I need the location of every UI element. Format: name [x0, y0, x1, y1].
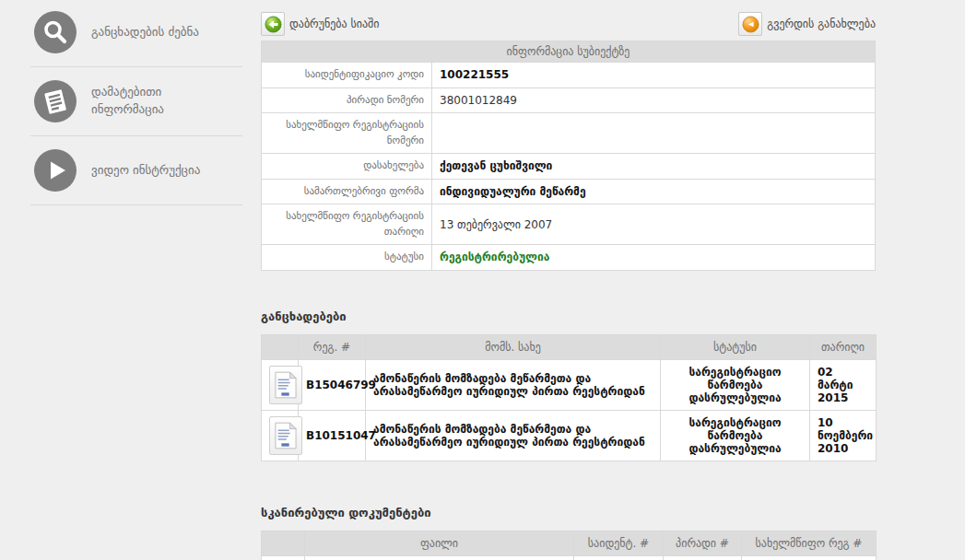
documents-header-row: ფაილი საიდენტ. # პირადი # სახელმწიფო რეგ…: [262, 531, 877, 555]
sidebar-divider: [30, 135, 242, 136]
info-row-registration-date: სახელმწიფო რეგისტრაციის თარიღი 13 თებერვ…: [262, 204, 875, 244]
subject-info-table: ინფორმაცია სუბიექტზე საიდენტიფიკაციო კოდ…: [261, 41, 876, 271]
document-state-reg-number: [742, 555, 877, 560]
sidebar-item-label: ვიდეო ინსტრუქცია: [91, 162, 234, 180]
play-icon: [34, 149, 76, 192]
applications-header-row: რეგ. # მომს. სახე სტატუსი თარიღი: [262, 334, 877, 359]
subject-name-value: ქეთევან ცუხიშვილი: [432, 155, 875, 177]
application-service-name: ამონაწერის მომზადება მეწარმეთა და არასამ…: [366, 410, 661, 461]
back-to-list-button[interactable]: დაბრუნება სიაში: [261, 12, 379, 36]
applications-table: რეგ. # მომს. სახე სტატუსი თარიღი: [261, 334, 877, 461]
info-row-personal-number: პირადი ნომერი 38001012849: [262, 88, 875, 113]
scanned-documents-table: ფაილი საიდენტ. # პირადი # სახელმწიფო რეგ…: [261, 531, 877, 560]
identification-code-value: 100221555: [432, 64, 875, 86]
subject-info-title: ინფორმაცია სუბიექტზე: [262, 41, 875, 62]
info-row-legal-form: სამართლებრივი ფორმა ინდივიდუალური მეწარმ…: [262, 179, 875, 204]
status-badge: რეგისტრირებულია: [432, 246, 875, 268]
table-row: B15046799 ამონაწერის მომზადება მეწარმეთა…: [262, 359, 877, 410]
refresh-page-button[interactable]: გვერდის განახლება: [738, 12, 876, 36]
info-label: სახელმწიფო რეგისტრაციის ნომერი: [262, 113, 432, 153]
applications-header-service: მომს. სახე: [366, 334, 661, 359]
main-content: დაბრუნება სიაში გვერდის განახლება: [261, 0, 876, 560]
info-label: საიდენტიფიკაციო კოდი: [262, 63, 432, 88]
search-icon: [34, 11, 76, 53]
documents-header-icon: [262, 531, 305, 555]
back-arrow-icon: [261, 12, 285, 36]
application-service-name: ამონაწერის მომზადება მეწარმეთა და არასამ…: [366, 359, 661, 410]
sidebar: განცხადების ძებნა დამატებითი ინფორმაცია: [0, 0, 261, 207]
documents-header-file: ფაილი: [305, 531, 574, 555]
info-label: სამართლებრივი ფორმა: [262, 180, 432, 204]
sidebar-item-search-application[interactable]: განცხადების ძებნა: [0, 0, 261, 64]
documents-header-personal: პირადი #: [664, 531, 742, 555]
applications-header-icon: [262, 334, 299, 359]
documents-header-ident: საიდენტ. #: [574, 531, 664, 555]
scanned-documents-section-title: სკანირებული დოკუმენტები: [261, 506, 876, 519]
state-registration-number-value: [432, 122, 875, 145]
application-date: 02 მარტი 2015: [810, 359, 877, 410]
applications-header-date: თარიღი: [810, 334, 877, 359]
legal-form-value: ინდივიდუალური მეწარმე: [432, 181, 875, 203]
sidebar-item-label: დამატებითი ინფორმაცია: [91, 84, 234, 119]
sidebar-divider: [30, 66, 242, 67]
applications-section-title: განცხადებები: [261, 309, 876, 323]
back-to-list-label: დაბრუნება სიაში: [289, 18, 379, 30]
application-reg-number: B10151047: [299, 410, 366, 461]
application-status: სარეგისტრაციო წარმოება დასრულებულია: [661, 410, 810, 461]
document-thumbnail-icon: [275, 422, 297, 449]
info-label: სახელმწიფო რეგისტრაციის თარიღი: [262, 204, 432, 244]
document-personal-number: [664, 555, 742, 560]
info-label: პირადი ნომერი: [262, 88, 432, 113]
info-row-state-registration-number: სახელმწიფო რეგისტრაციის ნომერი: [262, 112, 875, 153]
toolbar: დაბრუნება სიაში გვერდის განახლება: [261, 11, 876, 37]
refresh-page-label: გვერდის განახლება: [767, 18, 876, 30]
applications-header-reg: რეგ. #: [299, 334, 366, 359]
sidebar-item-label: განცხადების ძებნა: [91, 24, 234, 41]
registration-date-value: 13 თებერვალი 2007: [432, 214, 875, 236]
document-icon: [34, 80, 76, 122]
application-reg-number: B15046799: [299, 359, 366, 410]
info-label: სტატუსი: [262, 245, 432, 270]
refresh-icon: [738, 12, 762, 36]
table-row: ქეთევან ცუხიშვილი 100221555.djvu ქეთევან…: [262, 555, 877, 560]
info-row-identification-code: საიდენტიფიკაციო კოდი 100221555: [262, 62, 875, 88]
table-row: B10151047 ამონაწერის მომზადება მეწარმეთა…: [262, 410, 877, 461]
personal-number-value: 38001012849: [432, 89, 875, 111]
application-document-button[interactable]: [269, 366, 302, 404]
documents-header-state-reg: სახელმწიფო რეგ #: [742, 531, 877, 555]
document-thumbnail-icon: [275, 371, 297, 399]
info-label: დასახელება: [262, 154, 432, 179]
info-row-status: სტატუსი რეგისტრირებულია: [262, 244, 875, 270]
application-document-button[interactable]: [269, 416, 302, 455]
sidebar-divider: [30, 204, 242, 205]
sidebar-item-additional-info[interactable]: დამატებითი ინფორმაცია: [0, 69, 261, 134]
sidebar-item-video-instruction[interactable]: ვიდეო ინსტრუქცია: [0, 138, 261, 203]
info-row-name: დასახელება ქეთევან ცუხიშვილი: [262, 153, 875, 179]
application-date: 10 ნოემბერი 2010: [810, 410, 877, 461]
application-status: სარეგისტრაციო წარმოება დასრულებულია: [661, 359, 810, 410]
applications-header-status: სტატუსი: [661, 334, 810, 359]
document-ident-number: [574, 555, 664, 560]
document-file-cell: ქეთევან ცუხიშვილი 100221555.djvu ქეთევან…: [305, 555, 574, 560]
